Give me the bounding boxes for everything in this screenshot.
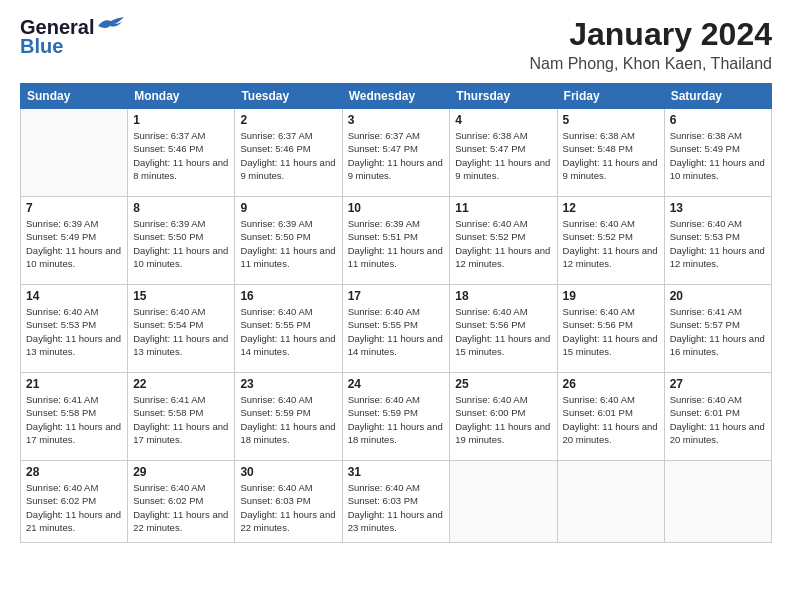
- daylight-text: Daylight: 11 hours and 11 minutes.: [348, 245, 443, 269]
- day-number: 28: [26, 465, 122, 479]
- daylight-text: Daylight: 11 hours and 12 minutes.: [455, 245, 550, 269]
- sunset-text: Sunset: 5:55 PM: [240, 319, 310, 330]
- table-row: 22Sunrise: 6:41 AMSunset: 5:58 PMDayligh…: [128, 373, 235, 461]
- day-info: Sunrise: 6:37 AMSunset: 5:47 PMDaylight:…: [348, 129, 445, 182]
- day-info: Sunrise: 6:40 AMSunset: 5:52 PMDaylight:…: [455, 217, 551, 270]
- daylight-text: Daylight: 11 hours and 17 minutes.: [133, 421, 228, 445]
- day-info: Sunrise: 6:40 AMSunset: 6:03 PMDaylight:…: [348, 481, 445, 534]
- sunrise-text: Sunrise: 6:41 AM: [26, 394, 98, 405]
- day-number: 18: [455, 289, 551, 303]
- day-number: 14: [26, 289, 122, 303]
- day-number: 15: [133, 289, 229, 303]
- day-info: Sunrise: 6:40 AMSunset: 6:01 PMDaylight:…: [563, 393, 659, 446]
- table-row: 27Sunrise: 6:40 AMSunset: 6:01 PMDayligh…: [664, 373, 771, 461]
- daylight-text: Daylight: 11 hours and 13 minutes.: [26, 333, 121, 357]
- table-row: 29Sunrise: 6:40 AMSunset: 6:02 PMDayligh…: [128, 461, 235, 543]
- sunset-text: Sunset: 5:49 PM: [670, 143, 740, 154]
- sunrise-text: Sunrise: 6:40 AM: [240, 394, 312, 405]
- calendar-week-3: 14Sunrise: 6:40 AMSunset: 5:53 PMDayligh…: [21, 285, 772, 373]
- col-monday: Monday: [128, 84, 235, 109]
- month-year: January 2024: [529, 16, 772, 53]
- day-number: 30: [240, 465, 336, 479]
- table-row: 26Sunrise: 6:40 AMSunset: 6:01 PMDayligh…: [557, 373, 664, 461]
- table-row: 30Sunrise: 6:40 AMSunset: 6:03 PMDayligh…: [235, 461, 342, 543]
- sunrise-text: Sunrise: 6:41 AM: [670, 306, 742, 317]
- sunrise-text: Sunrise: 6:40 AM: [348, 306, 420, 317]
- col-tuesday: Tuesday: [235, 84, 342, 109]
- sunset-text: Sunset: 6:03 PM: [348, 495, 418, 506]
- sunset-text: Sunset: 6:01 PM: [670, 407, 740, 418]
- table-row: 25Sunrise: 6:40 AMSunset: 6:00 PMDayligh…: [450, 373, 557, 461]
- table-row: 20Sunrise: 6:41 AMSunset: 5:57 PMDayligh…: [664, 285, 771, 373]
- table-row: [450, 461, 557, 543]
- daylight-text: Daylight: 11 hours and 18 minutes.: [348, 421, 443, 445]
- daylight-text: Daylight: 11 hours and 18 minutes.: [240, 421, 335, 445]
- daylight-text: Daylight: 11 hours and 15 minutes.: [455, 333, 550, 357]
- day-number: 23: [240, 377, 336, 391]
- daylight-text: Daylight: 11 hours and 10 minutes.: [133, 245, 228, 269]
- sunrise-text: Sunrise: 6:40 AM: [133, 482, 205, 493]
- day-number: 6: [670, 113, 766, 127]
- calendar-header-row: Sunday Monday Tuesday Wednesday Thursday…: [21, 84, 772, 109]
- sunrise-text: Sunrise: 6:37 AM: [348, 130, 420, 141]
- day-number: 26: [563, 377, 659, 391]
- daylight-text: Daylight: 11 hours and 12 minutes.: [670, 245, 765, 269]
- day-number: 9: [240, 201, 336, 215]
- daylight-text: Daylight: 11 hours and 9 minutes.: [563, 157, 658, 181]
- daylight-text: Daylight: 11 hours and 14 minutes.: [240, 333, 335, 357]
- day-number: 22: [133, 377, 229, 391]
- daylight-text: Daylight: 11 hours and 22 minutes.: [240, 509, 335, 533]
- daylight-text: Daylight: 11 hours and 13 minutes.: [133, 333, 228, 357]
- sunset-text: Sunset: 6:02 PM: [26, 495, 96, 506]
- sunset-text: Sunset: 5:58 PM: [26, 407, 96, 418]
- sunrise-text: Sunrise: 6:40 AM: [563, 394, 635, 405]
- table-row: 6Sunrise: 6:38 AMSunset: 5:49 PMDaylight…: [664, 109, 771, 197]
- table-row: 5Sunrise: 6:38 AMSunset: 5:48 PMDaylight…: [557, 109, 664, 197]
- daylight-text: Daylight: 11 hours and 10 minutes.: [670, 157, 765, 181]
- table-row: 24Sunrise: 6:40 AMSunset: 5:59 PMDayligh…: [342, 373, 450, 461]
- day-number: 4: [455, 113, 551, 127]
- table-row: 4Sunrise: 6:38 AMSunset: 5:47 PMDaylight…: [450, 109, 557, 197]
- sunset-text: Sunset: 5:51 PM: [348, 231, 418, 242]
- sunrise-text: Sunrise: 6:40 AM: [455, 306, 527, 317]
- day-number: 2: [240, 113, 336, 127]
- sunset-text: Sunset: 6:00 PM: [455, 407, 525, 418]
- sunset-text: Sunset: 5:53 PM: [670, 231, 740, 242]
- day-number: 8: [133, 201, 229, 215]
- day-number: 25: [455, 377, 551, 391]
- day-info: Sunrise: 6:40 AMSunset: 5:59 PMDaylight:…: [240, 393, 336, 446]
- sunrise-text: Sunrise: 6:40 AM: [563, 306, 635, 317]
- day-info: Sunrise: 6:39 AMSunset: 5:50 PMDaylight:…: [133, 217, 229, 270]
- table-row: [664, 461, 771, 543]
- table-row: 13Sunrise: 6:40 AMSunset: 5:53 PMDayligh…: [664, 197, 771, 285]
- logo-blue: Blue: [20, 35, 63, 58]
- col-friday: Friday: [557, 84, 664, 109]
- sunrise-text: Sunrise: 6:41 AM: [133, 394, 205, 405]
- sunrise-text: Sunrise: 6:40 AM: [455, 218, 527, 229]
- table-row: [21, 109, 128, 197]
- sunrise-text: Sunrise: 6:39 AM: [133, 218, 205, 229]
- day-number: 11: [455, 201, 551, 215]
- day-info: Sunrise: 6:41 AMSunset: 5:57 PMDaylight:…: [670, 305, 766, 358]
- sunrise-text: Sunrise: 6:39 AM: [348, 218, 420, 229]
- daylight-text: Daylight: 11 hours and 10 minutes.: [26, 245, 121, 269]
- day-number: 16: [240, 289, 336, 303]
- table-row: 23Sunrise: 6:40 AMSunset: 5:59 PMDayligh…: [235, 373, 342, 461]
- sunset-text: Sunset: 5:52 PM: [455, 231, 525, 242]
- table-row: 14Sunrise: 6:40 AMSunset: 5:53 PMDayligh…: [21, 285, 128, 373]
- day-info: Sunrise: 6:40 AMSunset: 5:53 PMDaylight:…: [26, 305, 122, 358]
- sunset-text: Sunset: 5:47 PM: [348, 143, 418, 154]
- table-row: 3Sunrise: 6:37 AMSunset: 5:47 PMDaylight…: [342, 109, 450, 197]
- sunrise-text: Sunrise: 6:40 AM: [670, 394, 742, 405]
- day-info: Sunrise: 6:40 AMSunset: 6:02 PMDaylight:…: [133, 481, 229, 534]
- table-row: 2Sunrise: 6:37 AMSunset: 5:46 PMDaylight…: [235, 109, 342, 197]
- sunset-text: Sunset: 5:52 PM: [563, 231, 633, 242]
- daylight-text: Daylight: 11 hours and 22 minutes.: [133, 509, 228, 533]
- sunrise-text: Sunrise: 6:40 AM: [670, 218, 742, 229]
- daylight-text: Daylight: 11 hours and 19 minutes.: [455, 421, 550, 445]
- daylight-text: Daylight: 11 hours and 15 minutes.: [563, 333, 658, 357]
- sunrise-text: Sunrise: 6:40 AM: [348, 482, 420, 493]
- day-number: 29: [133, 465, 229, 479]
- daylight-text: Daylight: 11 hours and 14 minutes.: [348, 333, 443, 357]
- daylight-text: Daylight: 11 hours and 17 minutes.: [26, 421, 121, 445]
